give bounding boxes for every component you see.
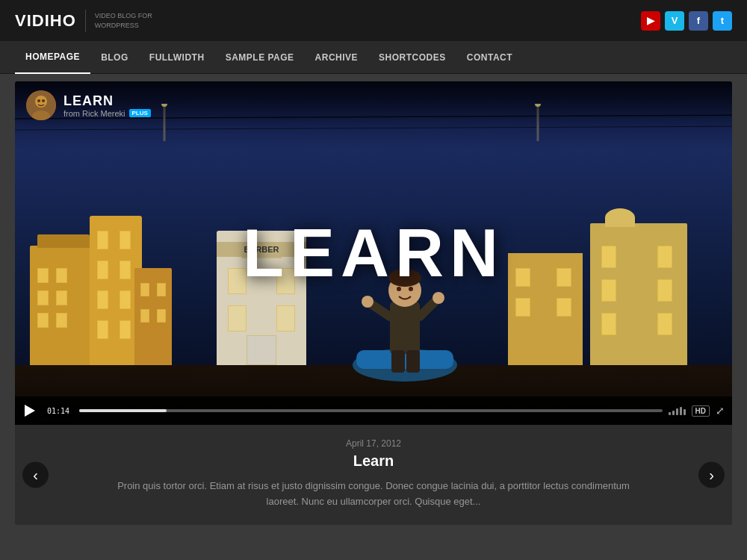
nav-item-shortcodes[interactable]: SHORTCODES [368, 41, 456, 74]
logo-divider [85, 10, 86, 32]
nav-item-homepage[interactable]: HOMEPAGE [15, 41, 90, 74]
svg-point-12 [362, 296, 374, 308]
post-info: April 17, 2012 Learn Proin quis tortor o… [15, 425, 732, 525]
building-right-2 [590, 223, 687, 365]
site-logo[interactable]: VIDIHO [15, 11, 76, 31]
nav-link-fullwidth[interactable]: FULLWIDTH [139, 41, 215, 74]
site-navigation: HOMEPAGE BLOG FULLWIDTH SAMPLE PAGE ARCH… [0, 41, 747, 74]
svg-rect-15 [406, 350, 420, 373]
svg-rect-7 [390, 302, 420, 354]
video-overlay-text: LEARN [243, 215, 504, 292]
nav-list: HOMEPAGE BLOG FULLWIDTH SAMPLE PAGE ARCH… [15, 41, 523, 74]
video-player[interactable]: BARBER [15, 81, 732, 425]
social-icons: ▶ V f t [641, 11, 732, 31]
progress-bar[interactable] [79, 409, 662, 412]
facebook-icon[interactable]: f [689, 11, 708, 31]
nav-link-homepage[interactable]: HOMEPAGE [15, 41, 90, 74]
video-header: LEARN from Rick Mereki PLUS [15, 81, 732, 129]
fullscreen-icon[interactable]: ⤢ [716, 405, 725, 417]
progress-fill [79, 409, 167, 412]
play-icon [25, 405, 35, 417]
video-controls[interactable]: 01:14 HD ⤢ [15, 396, 732, 425]
nav-link-blog[interactable]: BLOG [90, 41, 139, 74]
nav-link-contact[interactable]: CONTACT [456, 41, 523, 74]
twitter-icon[interactable]: t [713, 11, 732, 31]
svg-rect-14 [391, 350, 405, 373]
nav-link-archive[interactable]: ARCHIVE [305, 41, 369, 74]
prev-arrow[interactable]: ‹ [22, 461, 49, 488]
volume-icon[interactable] [669, 407, 686, 415]
nav-item-contact[interactable]: CONTACT [456, 41, 523, 74]
video-meta: LEARN from Rick Mereki PLUS [63, 93, 151, 118]
nav-link-sample-page[interactable]: SAMPLE PAGE [215, 41, 305, 74]
vimeo-icon[interactable]: V [665, 11, 684, 31]
building-left-1 [30, 246, 97, 365]
post-info-wrapper: April 17, 2012 Learn Proin quis tortor o… [15, 425, 732, 525]
post-excerpt: Proin quis tortor orci. Etiam at risus e… [112, 479, 635, 510]
video-post: LEARN from Rick Mereki PLUS [15, 81, 732, 525]
post-date: April 17, 2012 [30, 438, 717, 449]
nav-item-blog[interactable]: BLOG [90, 41, 139, 74]
play-button[interactable] [22, 403, 37, 418]
plus-badge: PLUS [129, 109, 151, 117]
avatar [26, 90, 56, 120]
logo-tagline: VIDEO BLOG FOR WORDPRESS [95, 11, 152, 30]
hd-badge: HD [692, 405, 710, 417]
next-arrow[interactable]: › [698, 461, 725, 488]
nav-item-sample-page[interactable]: SAMPLE PAGE [215, 41, 305, 74]
nav-item-fullwidth[interactable]: FULLWIDTH [139, 41, 215, 74]
video-author: from Rick Mereki PLUS [63, 109, 151, 118]
svg-point-4 [42, 99, 45, 102]
video-title-small: LEARN [63, 93, 151, 109]
building-left-3 [134, 268, 172, 365]
svg-point-3 [37, 99, 40, 102]
nav-item-archive[interactable]: ARCHIVE [305, 41, 369, 74]
logo-area: VIDIHO VIDEO BLOG FOR WORDPRESS [15, 10, 152, 32]
time-display: 01:14 [43, 405, 73, 417]
youtube-icon[interactable]: ▶ [641, 11, 660, 31]
svg-point-13 [433, 292, 444, 304]
site-header: VIDIHO VIDEO BLOG FOR WORDPRESS ▶ V f t [0, 0, 747, 41]
nav-link-shortcodes[interactable]: SHORTCODES [368, 41, 456, 74]
building-right-1 [508, 253, 583, 365]
main-content: LEARN from Rick Mereki PLUS [0, 74, 747, 532]
post-title[interactable]: Learn [30, 452, 717, 470]
